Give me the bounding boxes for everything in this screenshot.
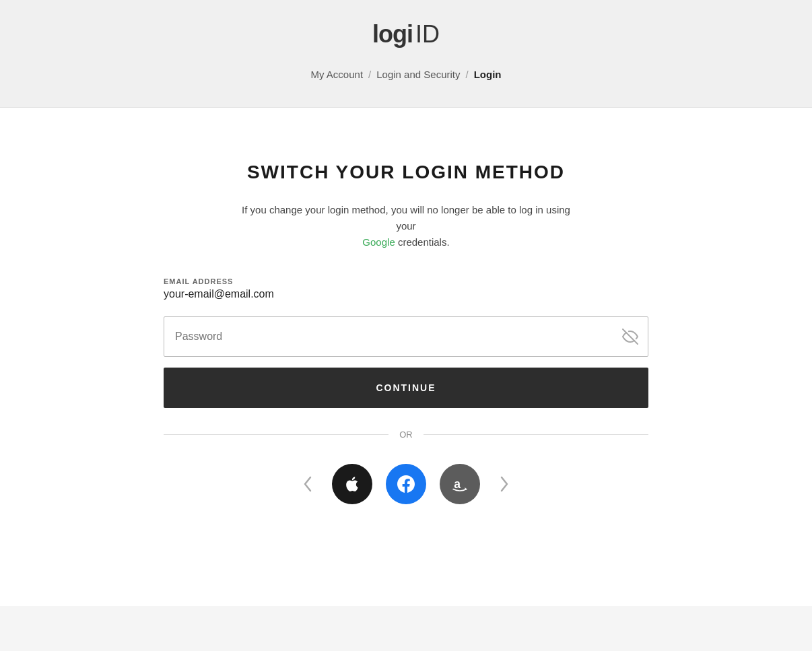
password-field-wrapper: [164, 316, 648, 357]
continue-button[interactable]: CONTINUE: [164, 368, 648, 408]
amazon-login-button[interactable]: a: [440, 464, 480, 504]
password-input[interactable]: [164, 317, 648, 356]
breadcrumb-login-security[interactable]: Login and Security: [376, 69, 460, 80]
breadcrumb-my-account[interactable]: My Account: [311, 69, 364, 80]
facebook-icon: [397, 475, 415, 493]
breadcrumb-separator-1: /: [368, 69, 371, 80]
description: If you change your login method, you wil…: [238, 202, 574, 250]
apple-icon: [343, 475, 361, 493]
breadcrumb-current: Login: [474, 69, 502, 80]
main-content: SWITCH YOUR LOGIN METHOD If you change y…: [0, 108, 812, 606]
logo-logi-text: logi: [372, 20, 413, 48]
description-credentials: credentials.: [398, 236, 450, 248]
eye-hidden-icon: [622, 329, 638, 345]
or-text: OR: [399, 430, 413, 440]
email-display: your-email@email.com: [164, 288, 648, 300]
social-prev-button[interactable]: [297, 469, 318, 499]
or-line-left: [164, 434, 388, 435]
social-next-button[interactable]: [494, 469, 515, 499]
description-text-1: If you change your login method, you wil…: [242, 204, 570, 232]
arrow-left-icon: [302, 475, 313, 493]
arrow-right-icon: [499, 475, 510, 493]
social-login-row: a: [164, 464, 648, 504]
svg-text:a: a: [454, 477, 461, 491]
breadcrumb-separator-2: /: [465, 69, 468, 80]
google-text: Google: [362, 236, 395, 248]
logo: logi ID: [0, 20, 812, 48]
page-title: SWITCH YOUR LOGIN METHOD: [247, 162, 565, 183]
toggle-password-button[interactable]: [622, 329, 638, 345]
or-divider: OR: [164, 430, 648, 440]
form-container: EMAIL ADDRESS your-email@email.com CONTI…: [164, 277, 648, 504]
facebook-login-button[interactable]: [386, 464, 426, 504]
apple-login-button[interactable]: [332, 464, 372, 504]
email-label: EMAIL ADDRESS: [164, 277, 648, 285]
amazon-icon: a: [450, 474, 470, 494]
or-line-right: [424, 434, 648, 435]
logo-id-text: ID: [415, 20, 440, 48]
page-header: logi ID My Account / Login and Security …: [0, 0, 812, 108]
breadcrumb: My Account / Login and Security / Login: [0, 69, 812, 80]
